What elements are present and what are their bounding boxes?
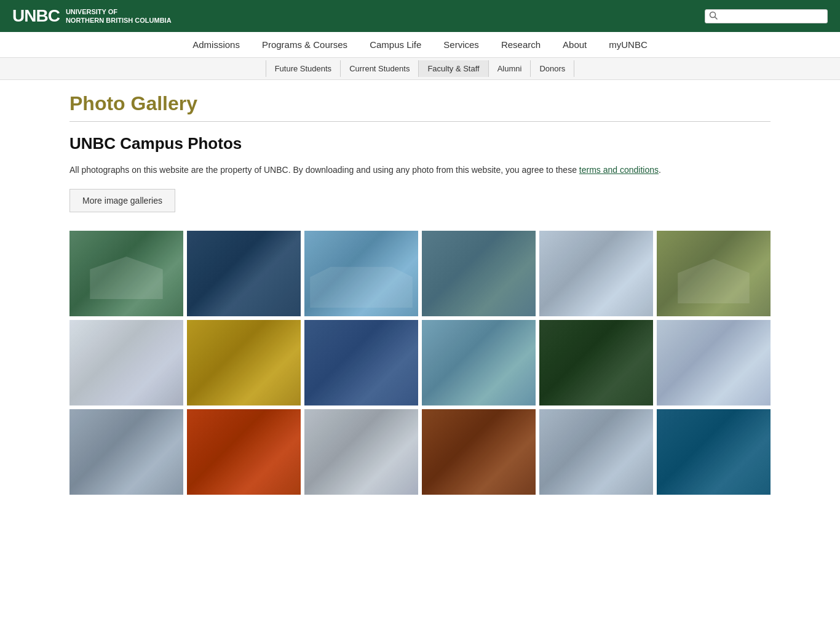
title-divider [69, 121, 771, 122]
photo-thumb[interactable] [422, 409, 536, 495]
photo-thumb[interactable] [657, 320, 771, 405]
search-input[interactable] [720, 12, 823, 21]
section-title: UNBC Campus Photos [69, 134, 771, 153]
nav-programs-courses[interactable]: Programs & Courses [251, 32, 359, 57]
photo-thumb[interactable] [187, 231, 301, 316]
nav-donors[interactable]: Donors [531, 60, 574, 77]
nav-about[interactable]: About [552, 32, 598, 57]
photo-grid-row1 [69, 231, 771, 316]
photo-grid-row3 [69, 409, 771, 495]
nav-current-students[interactable]: Current Students [341, 60, 419, 77]
search-box[interactable] [705, 9, 828, 23]
photo-thumb[interactable] [69, 320, 183, 405]
logo-text: UNIVERSITY OF NORTHERN BRITISH COLUMBIA [66, 7, 172, 25]
photo-grid-row2 [69, 320, 771, 405]
photo-thumb[interactable] [69, 409, 183, 495]
photo-thumb[interactable] [69, 231, 183, 316]
site-header: UNBC UNIVERSITY OF NORTHERN BRITISH COLU… [0, 0, 840, 32]
nav-admissions[interactable]: Admissions [181, 32, 251, 57]
photo-thumb[interactable] [422, 231, 536, 316]
nav-research[interactable]: Research [490, 32, 552, 57]
photo-thumb[interactable] [187, 409, 301, 495]
svg-line-1 [715, 17, 718, 19]
photo-thumb[interactable] [304, 320, 418, 405]
photo-thumb[interactable] [657, 409, 771, 495]
nav-future-students[interactable]: Future Students [266, 60, 341, 77]
logo-area[interactable]: UNBC UNIVERSITY OF NORTHERN BRITISH COLU… [12, 6, 172, 26]
search-icon [709, 11, 718, 22]
page-content: Photo Gallery UNBC Campus Photos All pho… [51, 80, 789, 511]
unbc-logo: UNBC [12, 6, 60, 26]
photo-thumb[interactable] [539, 231, 653, 316]
secondary-navigation: Future Students Current Students Faculty… [0, 58, 840, 80]
description-text: All photographs on this website are the … [69, 163, 771, 177]
nav-services[interactable]: Services [432, 32, 490, 57]
photo-thumb[interactable] [657, 231, 771, 316]
photo-thumb[interactable] [187, 320, 301, 405]
nav-campus-life[interactable]: Campus Life [359, 32, 432, 57]
more-galleries-button[interactable]: More image galleries [69, 189, 175, 212]
photo-thumb[interactable] [304, 231, 418, 316]
photo-thumb[interactable] [539, 409, 653, 495]
main-navigation: Admissions Programs & Courses Campus Lif… [0, 32, 840, 58]
photo-thumb[interactable] [539, 320, 653, 405]
photo-thumb[interactable] [422, 320, 536, 405]
nav-faculty-staff[interactable]: Faculty & Staff [419, 60, 488, 77]
terms-conditions-link[interactable]: terms and conditions [579, 165, 659, 175]
photo-thumb[interactable] [304, 409, 418, 495]
page-title: Photo Gallery [69, 92, 771, 115]
nav-myunbc[interactable]: myUNBC [598, 32, 659, 57]
nav-alumni[interactable]: Alumni [489, 60, 531, 77]
